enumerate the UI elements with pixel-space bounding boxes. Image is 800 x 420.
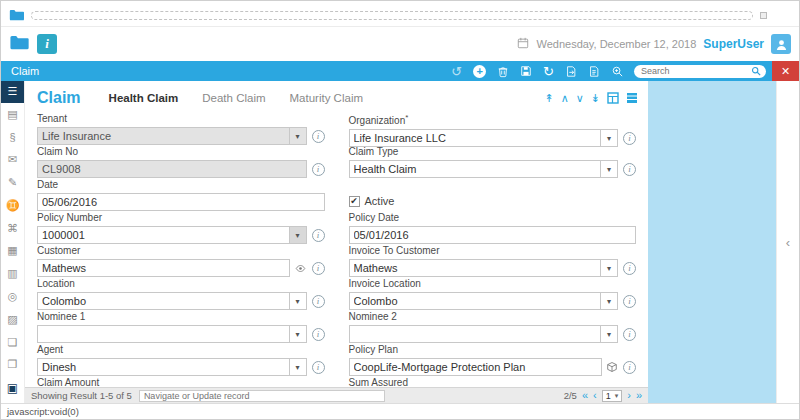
field-label: Tenant (37, 113, 325, 124)
right-collapsed-panel[interactable] (648, 81, 776, 403)
plan-details-icon[interactable] (606, 361, 618, 373)
module-titlebar: Claim ↺+↻ ✕ (1, 61, 799, 81)
shortcuts-icon[interactable]: ⌘ (1, 217, 24, 240)
field-active: ✔Active (349, 179, 637, 212)
dropdown-icon[interactable]: ▾ (290, 226, 307, 244)
nav-up-icon[interactable]: ∧ (561, 92, 569, 105)
info-icon[interactable]: i (312, 262, 325, 275)
export-icon[interactable] (565, 65, 577, 78)
tab-death-claim[interactable]: Death Claim (202, 92, 265, 104)
agent-input[interactable] (37, 358, 290, 376)
collapse-up-icon[interactable]: ↟ (544, 92, 553, 105)
search-input[interactable] (639, 65, 751, 77)
reports-icon[interactable]: ▨ (1, 308, 24, 331)
nominee-1-input[interactable] (37, 325, 290, 343)
finance-icon[interactable]: ◎ (1, 285, 24, 308)
documents-icon[interactable]: ❏ (1, 331, 24, 354)
mail-icon[interactable]: ✉ (1, 148, 24, 171)
toolbar-search[interactable] (634, 65, 766, 78)
panel-expand-handle[interactable]: ‹ (786, 235, 790, 250)
info-icon[interactable]: i (623, 295, 636, 308)
info-icon[interactable]: i (312, 295, 325, 308)
contacts-icon[interactable]: ♊ (1, 194, 24, 217)
dropdown-icon[interactable]: ▾ (601, 160, 618, 178)
tab-health-claim[interactable]: Health Claim (109, 92, 179, 104)
date-input[interactable] (37, 193, 325, 211)
toolbar: ↺+↻ (451, 65, 624, 78)
dropdown-icon[interactable]: ▾ (290, 325, 307, 343)
archive-icon[interactable]: ❐ (1, 353, 24, 376)
info-icon[interactable]: i (623, 328, 636, 341)
view-record-icon[interactable] (294, 263, 307, 274)
policy-date-input[interactable] (349, 226, 637, 244)
organization-input[interactable] (349, 129, 602, 147)
info-icon[interactable]: i (312, 361, 325, 374)
policy-plan-input[interactable] (349, 358, 603, 376)
dropdown-icon[interactable]: ▾ (290, 358, 307, 376)
page-select[interactable]: 1▾ (602, 390, 623, 402)
menu-icon[interactable]: ☰ (1, 81, 24, 103)
next-page-icon[interactable]: › (627, 390, 631, 401)
close-module-button[interactable]: ✕ (772, 61, 799, 81)
user-avatar[interactable] (771, 34, 791, 54)
field-sum-assured: Sum Assured (349, 377, 637, 387)
claim-no-input[interactable] (37, 160, 307, 178)
zoom-icon[interactable] (611, 65, 624, 78)
grid-view-icon[interactable] (607, 92, 619, 104)
customer-input[interactable] (37, 259, 290, 277)
search-icon[interactable] (751, 62, 761, 80)
delete-icon[interactable] (497, 65, 509, 78)
home-folder-icon[interactable] (9, 35, 29, 54)
dropdown-icon[interactable]: ▾ (601, 129, 618, 147)
info-icon[interactable]: i (312, 130, 325, 143)
nominee-2-input[interactable] (349, 325, 602, 343)
add-icon[interactable]: + (473, 65, 486, 78)
report-icon[interactable] (588, 65, 600, 78)
invoice-to-customer-input[interactable] (349, 259, 602, 277)
active-checkbox[interactable]: ✔ (349, 196, 360, 207)
folder-tab-icon[interactable] (9, 7, 24, 25)
record-form-icon[interactable]: ▤ (1, 103, 24, 126)
dropdown-icon[interactable]: ▾ (290, 292, 307, 310)
info-icon[interactable]: i (623, 361, 636, 374)
invoice-location-input[interactable] (349, 292, 602, 310)
claim-type-input[interactable] (349, 160, 602, 178)
info-icon[interactable]: i (623, 132, 636, 145)
save-icon[interactable] (520, 65, 532, 77)
dropdown-icon[interactable]: ▾ (601, 325, 618, 343)
field-nominee-1: Nominee 1▾i (37, 311, 325, 344)
policy-number-input[interactable] (37, 226, 290, 244)
nav-down-icon[interactable]: ∨ (576, 92, 584, 105)
collapse-down-icon[interactable]: ↡ (591, 92, 600, 105)
ledger-icon[interactable]: ▥ (1, 262, 24, 285)
info-icon[interactable]: i (312, 328, 325, 341)
tenant-input[interactable] (37, 127, 290, 145)
left-sidebar: ☰▤§✉✎♊⌘▦▥◎▨❏❐▣ (1, 81, 25, 403)
attachments-icon[interactable]: § (1, 126, 24, 149)
dropdown-icon[interactable]: ▾ (601, 259, 618, 277)
module-label: Claim (11, 65, 39, 77)
field-customer: Customeri (37, 245, 325, 278)
record-navigate-input[interactable] (139, 390, 385, 402)
info-icon[interactable]: i (623, 163, 636, 176)
field-date: Date (37, 179, 325, 212)
first-page-icon[interactable]: « (582, 390, 588, 401)
tab-maturity-claim[interactable]: Maturity Claim (290, 92, 363, 104)
admin-icon[interactable]: ▣ (1, 376, 24, 399)
calendar-icon[interactable]: ▦ (1, 239, 24, 262)
undo-icon[interactable]: ↺ (451, 65, 462, 78)
last-page-icon[interactable]: » (636, 390, 642, 401)
dropdown-icon[interactable]: ▾ (290, 127, 307, 145)
location-input[interactable] (37, 292, 290, 310)
current-user[interactable]: SuperUser (703, 37, 764, 51)
info-icon[interactable]: i (312, 229, 325, 242)
refresh-icon[interactable]: ↻ (543, 65, 554, 78)
info-icon[interactable]: i (312, 163, 325, 176)
prev-page-icon[interactable]: ‹ (593, 390, 597, 401)
edit-icon[interactable]: ✎ (1, 171, 24, 194)
info-icon[interactable]: i (623, 262, 636, 275)
info-app-icon[interactable]: i (37, 34, 57, 54)
table-view-icon[interactable] (626, 92, 638, 104)
dropdown-icon[interactable]: ▾ (601, 292, 618, 310)
results-count: Showing Result 1-5 of 5 (31, 390, 132, 401)
